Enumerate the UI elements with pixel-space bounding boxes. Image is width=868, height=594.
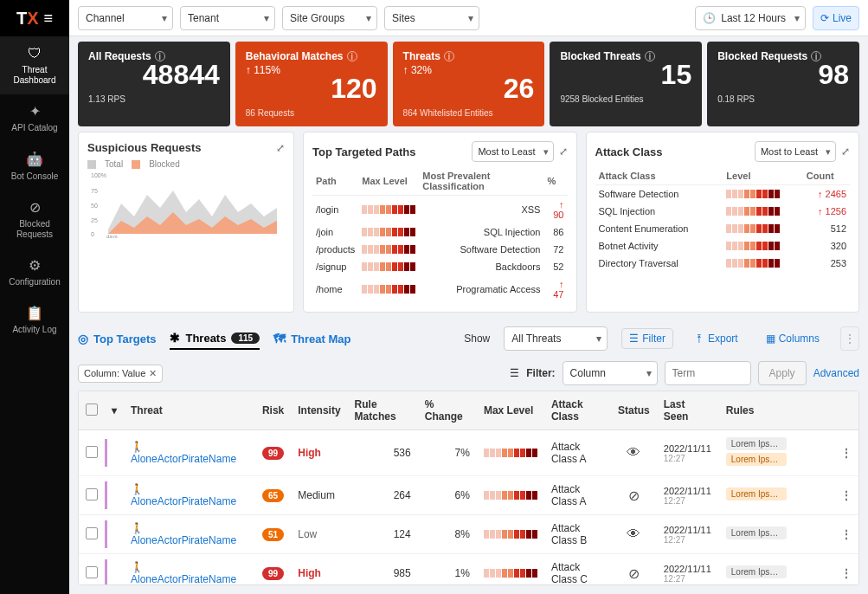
close-icon[interactable]: ✕ bbox=[149, 368, 157, 379]
logo: TX≡ bbox=[0, 0, 69, 36]
advanced-link[interactable]: Advanced bbox=[813, 367, 859, 379]
svg-text:25: 25 bbox=[91, 217, 98, 223]
table-row[interactable]: /signupBackdoors52 bbox=[312, 258, 568, 275]
select-all-checkbox[interactable] bbox=[86, 404, 98, 416]
tab-top-targets[interactable]: ◎Top Targets bbox=[78, 328, 156, 349]
table-row[interactable]: /productsSoftware Detection72 bbox=[312, 241, 568, 258]
refresh-icon: ⟳ bbox=[820, 12, 829, 24]
bug-icon: ✱ bbox=[170, 331, 180, 345]
rule-chip[interactable]: Lorem Ipsum... bbox=[726, 565, 787, 578]
info-icon[interactable]: i bbox=[645, 51, 655, 61]
risk-badge: 99 bbox=[262, 567, 284, 580]
panel-suspicious-requests: Suspicious Requests ⤢ Total Blocked 100%… bbox=[78, 132, 294, 313]
status-icon[interactable]: ⊘ bbox=[628, 488, 640, 503]
table-row[interactable]: /joinSQL Injection86 bbox=[312, 223, 568, 241]
table-row[interactable]: /homeProgramatic Access↑ 47 bbox=[312, 275, 568, 303]
table-row: 🚶 AloneActorPirateName 51 Low 124 8% Att… bbox=[79, 515, 858, 554]
show-select[interactable]: All Threats bbox=[504, 326, 608, 351]
show-label: Show bbox=[464, 333, 490, 345]
tab-threat-map[interactable]: 🗺Threat Map bbox=[273, 328, 350, 349]
person-icon: 🚶 bbox=[131, 561, 144, 573]
filter-term-input[interactable] bbox=[665, 361, 751, 385]
target-icon: ◎ bbox=[78, 332, 88, 345]
expand-icon[interactable]: ⤢ bbox=[276, 142, 285, 154]
sort-select[interactable]: Most to Least bbox=[755, 141, 836, 162]
risk-badge: 65 bbox=[262, 489, 284, 502]
rule-chip[interactable]: Lorem Ipsum... bbox=[726, 453, 787, 466]
map-icon: 🗺 bbox=[273, 332, 286, 345]
nav-item[interactable]: 📋Activity Log bbox=[0, 296, 69, 344]
rule-chip[interactable]: Lorem Ipsum... bbox=[726, 487, 787, 500]
filter-chip[interactable]: Column: Value✕ bbox=[78, 365, 163, 383]
status-icon[interactable]: ⊘ bbox=[628, 566, 640, 581]
expand-icon[interactable]: ⤢ bbox=[559, 145, 568, 158]
status-icon[interactable]: 👁 bbox=[627, 445, 640, 460]
time-range-select[interactable]: 🕒 Last 12 Hours bbox=[695, 6, 806, 30]
more-menu[interactable]: ⋮ bbox=[840, 326, 859, 351]
row-checkbox[interactable] bbox=[86, 446, 98, 458]
nav-item[interactable]: ⚙Configuration bbox=[0, 249, 69, 296]
kpi-card: All Requestsi488441.13 RPS bbox=[78, 42, 230, 126]
table-row[interactable]: Botnet Activity320 bbox=[595, 237, 851, 255]
kpi-card: Blocked Threatsi159258 Blocked Entities bbox=[550, 42, 702, 126]
top-filter-select[interactable]: Site Groups bbox=[282, 6, 377, 30]
info-icon[interactable]: i bbox=[155, 51, 165, 61]
hamburger-icon[interactable]: ≡ bbox=[44, 10, 54, 28]
table-row[interactable]: Software Detection↑ 2465 bbox=[595, 185, 851, 203]
live-button[interactable]: ⟳ Live bbox=[813, 6, 859, 30]
top-filter-select[interactable]: Sites bbox=[384, 6, 479, 30]
columns-button[interactable]: ▦Columns bbox=[759, 329, 826, 348]
top-filter-select[interactable]: Tenant bbox=[180, 6, 275, 30]
panel-attack-class: Attack Class Most to Least ⤢ Attack Clas… bbox=[586, 132, 860, 313]
nav-icon: ⚙ bbox=[29, 257, 41, 274]
threat-link[interactable]: AloneActorPirateName bbox=[131, 453, 236, 465]
row-menu[interactable]: ⋮ bbox=[841, 528, 852, 540]
row-menu[interactable]: ⋮ bbox=[841, 567, 852, 579]
kpi-card: Blocked Requestsi980.18 RPS bbox=[707, 42, 859, 126]
nav-icon: 🛡 bbox=[28, 45, 42, 61]
table-row: 🚶 AloneActorPirateName 99 High 985 1% At… bbox=[79, 554, 858, 586]
threat-link[interactable]: AloneActorPirateName bbox=[131, 534, 236, 546]
row-checkbox[interactable] bbox=[86, 527, 98, 539]
nav-item[interactable]: 🛡Threat Dashboard bbox=[0, 36, 69, 94]
sort-select[interactable]: Most to Least bbox=[472, 141, 553, 162]
nav-icon: ⊘ bbox=[29, 199, 41, 216]
rule-chip[interactable]: Lorem Ipsum... bbox=[726, 526, 787, 539]
status-icon[interactable]: 👁 bbox=[627, 526, 640, 541]
info-icon[interactable]: i bbox=[347, 51, 357, 61]
tab-threats[interactable]: ✱Threats115 bbox=[170, 327, 260, 350]
topbar: ChannelTenantSite GroupsSites 🕒 Last 12 … bbox=[69, 0, 868, 36]
svg-text:50: 50 bbox=[91, 203, 98, 209]
nav-item[interactable]: ⊘Blocked Requests bbox=[0, 190, 69, 249]
row-checkbox[interactable] bbox=[86, 566, 98, 578]
nav-icon: 📋 bbox=[26, 305, 43, 321]
nav-icon: ✦ bbox=[29, 103, 41, 119]
nav-item[interactable]: ✦API Catalog bbox=[0, 94, 69, 142]
panel-title: Suspicious Requests bbox=[87, 141, 201, 154]
filter-button[interactable]: ☰Filter bbox=[621, 328, 673, 349]
expand-icon[interactable]: ⤢ bbox=[841, 145, 850, 158]
threat-link[interactable]: AloneActorPirateName bbox=[131, 495, 236, 507]
row-menu[interactable]: ⋮ bbox=[841, 447, 852, 459]
row-checkbox[interactable] bbox=[86, 488, 98, 500]
panel-top-targeted-paths: Top Targeted Paths Most to Least ⤢ PathM… bbox=[303, 132, 577, 313]
table-row[interactable]: Content Enumeration512 bbox=[595, 220, 851, 237]
apply-button[interactable]: Apply bbox=[758, 361, 807, 385]
risk-badge: 99 bbox=[262, 447, 284, 460]
kpi-card: Behavioral Matchesi↑ 115%12086 Requests bbox=[235, 42, 388, 126]
export-button[interactable]: ⭱Export bbox=[687, 329, 745, 348]
filter-icon: ☰ bbox=[629, 333, 639, 345]
threat-link[interactable]: AloneActorPirateName bbox=[131, 573, 236, 585]
nav-item[interactable]: 🤖Bot Console bbox=[0, 142, 69, 190]
row-menu[interactable]: ⋮ bbox=[841, 489, 852, 501]
table-row[interactable]: SQL Injection↑ 1256 bbox=[595, 203, 851, 220]
rule-chip[interactable]: Lorem Ipsum... bbox=[726, 437, 787, 450]
table-row[interactable]: /loginXSS↑ 90 bbox=[312, 196, 568, 224]
top-filter-select[interactable]: Channel bbox=[78, 6, 173, 30]
info-icon[interactable]: i bbox=[444, 51, 454, 61]
filter-column-select[interactable]: Column bbox=[563, 361, 658, 385]
table-row[interactable]: Directory Traversal253 bbox=[595, 255, 851, 272]
svg-text:days: days bbox=[106, 234, 118, 238]
person-icon: 🚶 bbox=[131, 522, 144, 534]
export-icon: ⭱ bbox=[694, 333, 704, 345]
